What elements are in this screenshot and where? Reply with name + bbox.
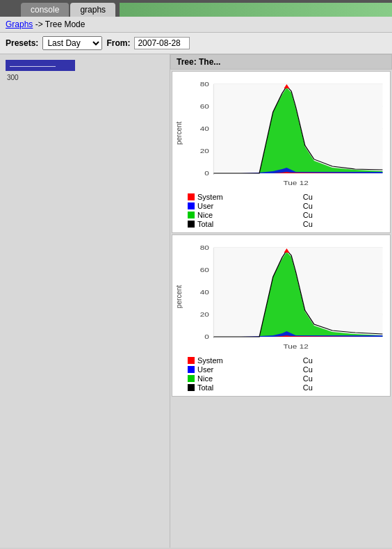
tree-label: Tree: — [177, 57, 197, 67]
tab-bar: console graphs — [0, 0, 392, 17]
presets-label: Presets: — [6, 38, 38, 48]
content-area: Tree: The... percent 80 60 — [170, 54, 392, 548]
legend-total-value: Cu — [303, 220, 313, 228]
legend2-nice-color — [188, 375, 195, 382]
from-input[interactable] — [134, 37, 190, 49]
graph2-legend-total: Total — [188, 383, 297, 392]
graph2-legend-user-val: Cu — [303, 365, 387, 374]
presets-bar: Presets: Last Day Last Hour Last Week La… — [0, 33, 392, 54]
graph2-legend: System Cu User Cu Nice Cu — [175, 356, 387, 392]
graph2-legend-nice: Nice — [188, 374, 297, 383]
svg-text:20: 20 — [200, 147, 209, 154]
svg-text:0: 0 — [204, 169, 209, 176]
legend-system-value: Cu — [303, 193, 313, 201]
graph2-legend-system: System — [188, 356, 297, 365]
svg-text:0: 0 — [204, 333, 209, 340]
graph2-legend-system-val: Cu — [303, 356, 387, 365]
graph1-legend-user: User — [188, 202, 297, 210]
graph1-legend-total: Total — [188, 220, 297, 228]
sidebar-tree-item[interactable]: —————— — [6, 60, 75, 71]
legend2-user-color — [188, 366, 195, 373]
graph-panel-1: percent 80 60 40 20 0 — [172, 71, 391, 233]
legend-user-color — [188, 202, 195, 209]
main-layout: —————— 300 Tree: The... percent — [0, 54, 392, 548]
graph2-legend-total-val: Cu — [303, 383, 387, 392]
svg-text:40: 40 — [200, 288, 209, 295]
from-label: From: — [106, 38, 130, 48]
graph2-chart: 80 60 40 20 0 Tue 12 — [186, 241, 387, 352]
sidebar: —————— 300 — [0, 54, 170, 548]
legend2-system-label: System — [197, 356, 223, 365]
graph1-legend-total-val: Cu — [303, 220, 387, 228]
tree-header: Tree: The... — [170, 54, 392, 70]
graph1-legend-nice: Nice — [188, 211, 297, 219]
tab-bar-decoration — [120, 3, 392, 17]
graph1-legend-system-val: Cu — [303, 193, 387, 201]
svg-text:Tue 12: Tue 12 — [283, 342, 309, 349]
legend-user-value: Cu — [303, 202, 313, 210]
legend2-total-color — [188, 384, 195, 391]
graph2-legend-user: User — [188, 365, 297, 374]
presets-select[interactable]: Last Day Last Hour Last Week Last Month — [42, 36, 102, 50]
breadcrumb: Graphs -> Tree Mode — [0, 17, 392, 33]
graph2-svg: 80 60 40 20 0 Tue 12 — [186, 241, 387, 352]
graph1-legend: System Cu User Cu Nice Cu — [175, 193, 387, 228]
tree-name: The... — [199, 57, 220, 67]
legend2-user-value: Cu — [303, 365, 313, 374]
graph1-legend-nice-val: Cu — [303, 211, 387, 219]
legend-nice-value: Cu — [303, 211, 313, 219]
graph-panel-2: percent 80 60 40 20 0 Tue 12 — [172, 234, 391, 397]
legend-total-color — [188, 221, 195, 228]
legend-total-label: Total — [197, 220, 213, 228]
legend-nice-label: Nice — [197, 211, 213, 219]
graph1-chart: 80 60 40 20 0 Tue 12 — [186, 77, 387, 189]
legend2-nice-label: Nice — [197, 374, 213, 383]
svg-text:80: 80 — [200, 244, 209, 250]
svg-text:Tue 12: Tue 12 — [283, 179, 309, 186]
legend-system-label: System — [197, 193, 223, 201]
tab-console[interactable]: console — [21, 3, 69, 17]
tab-graphs[interactable]: graphs — [70, 3, 115, 17]
graph1-svg: 80 60 40 20 0 Tue 12 — [186, 77, 387, 189]
graph1-legend-system: System — [188, 193, 297, 201]
sidebar-scale: 300 — [6, 71, 164, 81]
legend-user-label: User — [197, 202, 213, 210]
legend2-user-label: User — [197, 365, 213, 374]
graph2-legend-nice-val: Cu — [303, 374, 387, 383]
svg-text:80: 80 — [200, 80, 209, 87]
svg-text:20: 20 — [200, 310, 209, 317]
svg-text:60: 60 — [200, 102, 209, 109]
graph1-legend-user-val: Cu — [303, 202, 387, 210]
breadcrumb-link[interactable]: Graphs — [6, 19, 33, 29]
legend2-total-value: Cu — [303, 383, 313, 392]
legend2-system-value: Cu — [303, 356, 313, 365]
legend2-system-color — [188, 357, 195, 364]
svg-text:40: 40 — [200, 125, 209, 132]
legend-nice-color — [188, 212, 195, 218]
svg-text:60: 60 — [200, 266, 209, 273]
graph2-y-label: percent — [175, 241, 185, 352]
legend-system-color — [188, 193, 195, 200]
breadcrumb-current: Tree Mode — [45, 19, 85, 29]
legend2-nice-value: Cu — [303, 374, 313, 383]
breadcrumb-separator: -> — [35, 19, 45, 29]
graph1-y-label: percent — [175, 77, 185, 189]
legend2-total-label: Total — [197, 383, 213, 392]
